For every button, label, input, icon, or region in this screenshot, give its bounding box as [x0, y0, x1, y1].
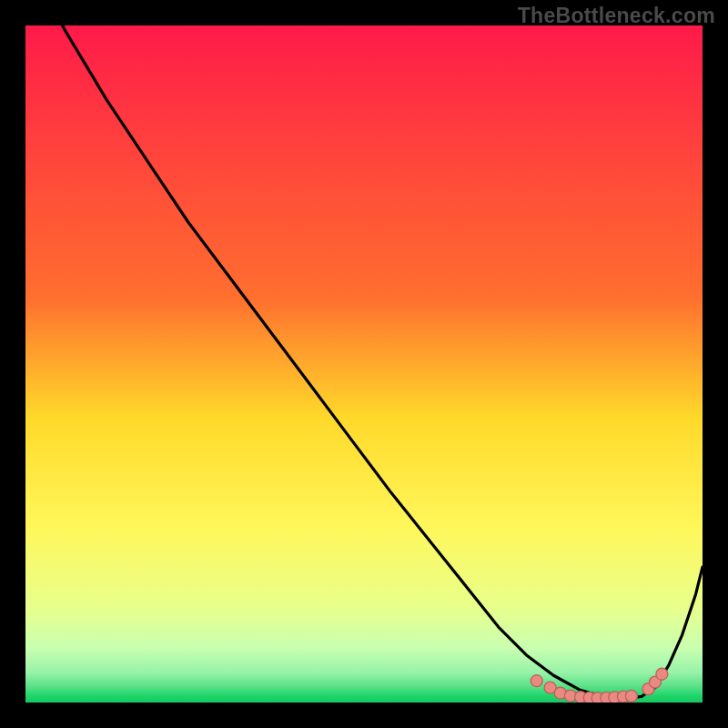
gradient-background	[25, 25, 703, 703]
sweet-spot-dot	[531, 675, 542, 687]
plot-svg	[25, 25, 703, 703]
sweet-spot-dot	[625, 690, 637, 702]
chart-frame: TheBottleneck.com	[0, 0, 728, 728]
sweet-spot-dot	[656, 668, 668, 680]
watermark-text: TheBottleneck.com	[518, 4, 715, 28]
plot-area	[25, 25, 703, 703]
